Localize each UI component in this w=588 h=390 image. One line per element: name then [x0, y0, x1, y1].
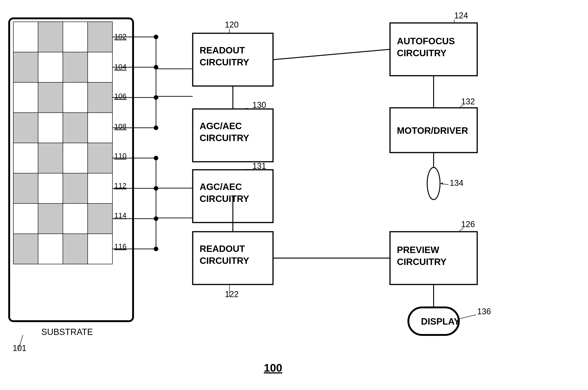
svg-rect-12 — [38, 82, 63, 113]
svg-rect-23 — [13, 173, 38, 203]
svg-rect-27 — [13, 203, 38, 234]
motordriver-label: MOTOR/DRIVER — [397, 126, 468, 136]
ref-124: 124 — [454, 11, 468, 20]
svg-rect-8 — [38, 52, 63, 82]
ref-108: 108 — [114, 122, 126, 131]
svg-rect-22 — [88, 143, 112, 173]
sensor-array — [13, 22, 112, 264]
svg-rect-3 — [13, 22, 38, 52]
ref-132: 132 — [461, 97, 475, 106]
autofocus-label-line2: CIRCUITRY — [397, 48, 447, 58]
agcaec2-label-line1: AGC/AEC — [199, 182, 242, 192]
svg-rect-11 — [13, 82, 38, 113]
ref-130: 130 — [252, 100, 266, 110]
readout2-label-line2: CIRCUITRY — [199, 256, 249, 266]
svg-rect-19 — [13, 143, 38, 173]
svg-rect-33 — [63, 234, 88, 264]
svg-rect-31 — [13, 234, 38, 264]
ref-102: 102 — [114, 32, 126, 41]
readout1-label-line2: CIRCUITRY — [199, 57, 249, 67]
svg-point-44 — [154, 35, 158, 39]
agcaec1-label-line2: CIRCUITRY — [199, 133, 249, 143]
svg-rect-29 — [63, 203, 88, 234]
svg-rect-5 — [63, 22, 88, 52]
svg-rect-18 — [88, 113, 112, 143]
autofocus-label-line1: AUTOFOCUS — [397, 36, 455, 46]
agcaec2-label-line2: CIRCUITRY — [199, 194, 249, 204]
svg-rect-16 — [38, 113, 63, 143]
lens-symbol — [427, 167, 440, 199]
ref-131: 131 — [252, 161, 266, 171]
svg-rect-9 — [63, 52, 88, 82]
svg-rect-10 — [88, 52, 112, 82]
svg-rect-28 — [38, 203, 63, 234]
ref-101: 101 — [13, 343, 26, 353]
svg-rect-26 — [88, 173, 112, 203]
ref-120: 120 — [225, 20, 239, 29]
svg-rect-14 — [88, 82, 112, 113]
svg-rect-30 — [88, 203, 112, 234]
svg-rect-13 — [63, 82, 88, 113]
ref-136: 136 — [477, 307, 491, 316]
svg-rect-15 — [13, 113, 38, 143]
svg-rect-34 — [88, 234, 112, 264]
readout2-label-line1: READOUT — [199, 244, 245, 254]
svg-point-46 — [154, 95, 158, 100]
preview-label-line1: PREVIEW — [397, 245, 439, 255]
diagram-container: SUBSTRATE 101 — [0, 0, 588, 390]
svg-rect-6 — [88, 22, 112, 52]
svg-rect-24 — [38, 173, 63, 203]
figure-number: 100 — [264, 362, 282, 374]
ref-106: 106 — [114, 92, 126, 100]
svg-point-47 — [154, 126, 158, 130]
svg-point-52 — [154, 247, 158, 251]
ref-110: 110 — [114, 152, 126, 160]
display-label: DISPLAY — [421, 316, 460, 327]
ref-122: 122 — [225, 290, 239, 299]
svg-rect-4 — [38, 22, 63, 52]
ref-126: 126 — [461, 220, 475, 229]
preview-label-line2: CIRCUITRY — [397, 257, 447, 267]
agcaec1-label-line1: AGC/AEC — [199, 121, 242, 131]
svg-rect-32 — [38, 234, 63, 264]
ref-116: 116 — [114, 242, 126, 250]
svg-point-51 — [154, 216, 158, 221]
svg-rect-25 — [63, 173, 88, 203]
svg-rect-7 — [13, 52, 38, 82]
substrate-label: SUBSTRATE — [41, 327, 93, 337]
svg-rect-21 — [63, 143, 88, 173]
svg-rect-20 — [38, 143, 63, 173]
svg-point-49 — [154, 156, 158, 160]
ref-104: 104 — [114, 63, 126, 71]
ref-134: 134 — [450, 178, 463, 188]
readout1-label-line1: READOUT — [199, 45, 245, 55]
svg-rect-17 — [63, 113, 88, 143]
